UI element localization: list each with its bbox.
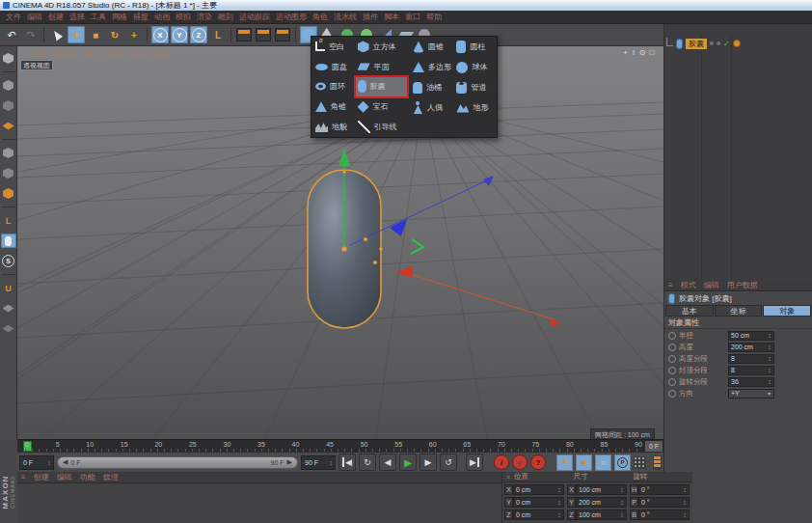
flyout-item-disc[interactable]: 圆盘 [311, 57, 354, 77]
flyout-item-polygon[interactable]: 多边形 [409, 57, 453, 77]
spinner-icon[interactable]: ↕ [618, 499, 626, 506]
spinner-icon[interactable]: ↕ [45, 459, 53, 466]
render-view-button[interactable] [235, 26, 253, 43]
material-menu-create[interactable]: 创建 [34, 472, 49, 482]
flyout-item-capsule[interactable]: 胶囊 [356, 77, 407, 97]
height-field[interactable]: 200 cm ↕ [728, 343, 774, 352]
spinner-icon[interactable]: ↕ [766, 332, 773, 339]
magnet-button[interactable]: U [1, 281, 16, 295]
viewport-menu-view[interactable]: 查看 [32, 48, 47, 59]
model-mode-button[interactable] [1, 78, 16, 93]
phong-tag-icon[interactable] [733, 40, 741, 47]
cap-segments-field[interactable]: 8 ↕ [728, 366, 774, 375]
play-button[interactable]: ▶ [399, 454, 417, 471]
key-scale-toggle[interactable]: ■ [576, 454, 592, 471]
viewport-menu-panel[interactable]: 面板 [155, 48, 171, 59]
next-frame-button[interactable]: ▶ [420, 454, 437, 471]
menu-pipeline[interactable]: 流水线 [334, 12, 357, 22]
flyout-item-tube[interactable]: 管道 [452, 77, 497, 97]
menu-tools[interactable]: 工具 [91, 12, 106, 22]
flyout-item-cone[interactable]: 圆锥 [409, 37, 453, 57]
spinner-icon[interactable]: ↕ [681, 511, 689, 518]
make-editable-button[interactable] [1, 51, 16, 66]
object-row-capsule[interactable]: 胶囊 ✓ [666, 38, 741, 49]
size-z-field[interactable]: 100 cm↕ [576, 509, 627, 520]
menu-select[interactable]: 选择 [69, 12, 85, 22]
lock-workplane-button[interactable] [1, 301, 16, 316]
animation-dot-icon[interactable] [668, 344, 676, 351]
rotate-tool-button[interactable]: ↻ [106, 26, 123, 43]
spinner-icon[interactable]: ↕ [555, 511, 563, 518]
spinner-icon[interactable]: ↕ [681, 486, 689, 493]
lock-y-button[interactable]: Y [171, 26, 188, 43]
record-keyframe-button[interactable]: / [494, 454, 509, 470]
frame-end-field[interactable]: 90 F ↕ [301, 455, 336, 470]
object-properties-header[interactable]: 对象属性 [664, 317, 812, 329]
menu-window[interactable]: 窗口 [405, 12, 420, 22]
height-segments-field[interactable]: 8 ↕ [728, 354, 774, 364]
menu-mograph[interactable]: 运动图形 [276, 12, 307, 22]
enabled-check-icon[interactable]: ✓ [723, 40, 730, 48]
coordinate-system-button[interactable]: L [209, 26, 227, 43]
axis-band-handle[interactable] [364, 237, 367, 241]
flyout-item-sphere[interactable]: 球体 [452, 57, 497, 77]
panel-grip-icon[interactable]: ≡ [19, 49, 24, 58]
rotation-segments-field[interactable]: 36 ↕ [728, 377, 774, 387]
range-right-arrow-icon[interactable]: ▶ [287, 458, 292, 466]
flyout-item-landscape[interactable]: 地形 [452, 97, 497, 118]
menu-render[interactable]: 渲染 [197, 12, 212, 22]
radius-handle[interactable] [379, 247, 383, 251]
redo-button[interactable]: ↷ [22, 26, 40, 43]
radius-field[interactable]: 50 cm ↕ [728, 331, 774, 341]
flyout-item-cylinder[interactable]: 圆柱 [452, 37, 497, 57]
flyout-item-torus[interactable]: 圆环 [311, 77, 354, 97]
menu-mesh[interactable]: 网格 [112, 12, 127, 22]
editor-visibility-dot[interactable] [710, 41, 714, 45]
render-settings-button[interactable] [274, 26, 291, 43]
key-pla-icon[interactable] [634, 456, 646, 469]
viewport-menu-cameras[interactable]: 摄像机 [55, 48, 78, 59]
flyout-item-plane[interactable]: 平面 [354, 57, 409, 77]
menu-simulate[interactable]: 模拟 [176, 12, 191, 22]
viewport-menu-filter[interactable]: 过滤 [132, 48, 148, 59]
position-x-field[interactable]: 0 cm↕ [513, 484, 564, 495]
menu-animate[interactable]: 动画 [154, 12, 170, 22]
menu-sculpt[interactable]: 雕刻 [218, 12, 233, 22]
autokey-button[interactable]: ○ [512, 454, 528, 470]
spinner-icon[interactable]: ↕ [618, 486, 626, 493]
goto-start-button[interactable]: ◀ [338, 454, 356, 471]
render-visibility-dot[interactable] [717, 41, 720, 45]
flyout-item-cube[interactable]: 立方体 [354, 37, 409, 57]
tab-object[interactable]: 对象 [763, 305, 811, 317]
timeline-ruler[interactable]: 0 5 10 15 20 25 30 35 40 45 50 55 60 65 … [17, 439, 663, 452]
preview-range-slider[interactable]: ◀ 0 F 90 F ▶ [57, 456, 298, 469]
menu-script[interactable]: 脚本 [384, 12, 399, 22]
spinner-icon[interactable]: ↕ [766, 367, 773, 373]
spinner-icon[interactable]: ↕ [766, 355, 773, 362]
lock-x-button[interactable]: X [151, 26, 169, 43]
spinner-icon[interactable]: ↕ [618, 511, 626, 518]
key-position-toggle[interactable]: + [556, 454, 573, 471]
polygons-mode-button[interactable] [1, 186, 16, 201]
texture-mode-button[interactable] [1, 98, 16, 113]
animation-dot-icon[interactable] [668, 367, 676, 374]
am-menu-userdata[interactable]: 用户数据 [727, 280, 758, 290]
radius-handle[interactable] [342, 170, 346, 174]
orientation-dropdown[interactable]: +Y ▾ [728, 389, 774, 399]
panel-grip-icon[interactable]: ≡ [21, 473, 26, 482]
panel-grip-icon[interactable]: ≡ [668, 281, 673, 289]
menu-snap[interactable]: 捕捉 [133, 12, 149, 22]
rotation-b-field[interactable]: 0 °↕ [638, 509, 690, 520]
enable-axis-button[interactable]: L [1, 213, 16, 228]
planar-workplane-button[interactable] [1, 321, 16, 336]
key-parameter-toggle[interactable]: P [614, 454, 631, 471]
flyout-item-relief[interactable]: 地貌 [311, 117, 354, 137]
animation-dot-icon[interactable] [668, 378, 676, 386]
rotation-p-field[interactable]: 0 °↕ [638, 497, 690, 508]
undo-button[interactable]: ↶ [3, 26, 20, 43]
flyout-item-oiltank[interactable]: 油桶 [409, 77, 453, 97]
animation-dot-icon[interactable] [668, 390, 676, 398]
material-menu-function[interactable]: 功能 [80, 472, 95, 482]
live-selection-button[interactable] [48, 26, 66, 43]
edges-mode-button[interactable] [1, 166, 16, 180]
